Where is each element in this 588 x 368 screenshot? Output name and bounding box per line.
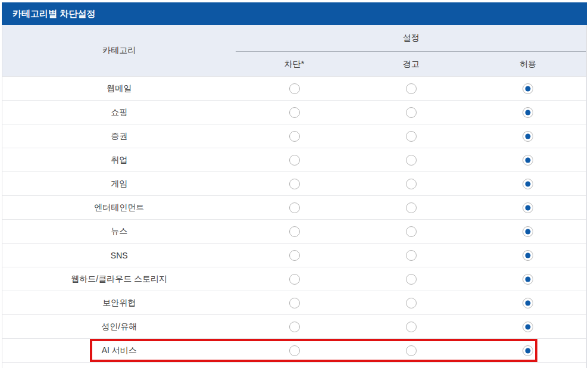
radio-warn[interactable] — [406, 131, 417, 142]
radio-allow[interactable] — [523, 131, 533, 142]
radio-warn[interactable] — [406, 322, 417, 332]
radio-warn[interactable] — [406, 226, 417, 237]
radio-block[interactable] — [289, 274, 300, 285]
radio-warn[interactable] — [406, 298, 417, 308]
radio-block[interactable] — [289, 345, 300, 356]
radio-allow[interactable] — [523, 298, 533, 308]
table-row: 웹하드/클라우드 스토리지 — [2, 267, 586, 291]
panel-title: 카테고리별 차단설정 — [2, 2, 587, 25]
category-label: AI 서비스 — [2, 339, 236, 363]
radio-block[interactable] — [289, 107, 300, 118]
category-label: 뉴스 — [2, 220, 236, 244]
radio-block[interactable] — [289, 226, 300, 237]
table-row: SNS — [2, 244, 586, 267]
category-block-settings-panel: 카테고리별 차단설정 카테고리 설정 차단* 경고 허용 웹메일 — [2, 2, 587, 368]
column-header-block: 차단* — [236, 52, 352, 77]
radio-allow[interactable] — [523, 179, 533, 189]
radio-block[interactable] — [289, 155, 300, 166]
radio-block[interactable] — [289, 298, 300, 308]
category-label: 보안위협 — [2, 291, 236, 315]
table-header: 카테고리 설정 차단* 경고 허용 — [2, 25, 586, 77]
radio-allow[interactable] — [523, 155, 533, 166]
column-header-category: 카테고리 — [2, 25, 236, 77]
radio-allow[interactable] — [523, 274, 533, 285]
radio-warn[interactable] — [406, 202, 417, 213]
table-row: 증권 — [2, 124, 586, 148]
column-header-allow: 허용 — [470, 52, 586, 77]
table-row: 엔터테인먼트 — [2, 196, 586, 220]
category-label: 웹하드/클라우드 스토리지 — [2, 267, 236, 291]
radio-block[interactable] — [289, 250, 300, 261]
radio-block[interactable] — [289, 202, 300, 213]
category-label: 웹메일 — [2, 77, 236, 101]
table-row-partial — [2, 363, 586, 368]
radio-block[interactable] — [289, 83, 300, 94]
radio-allow[interactable] — [523, 250, 533, 261]
category-label: 증권 — [2, 124, 236, 148]
radio-block[interactable] — [289, 131, 300, 142]
category-label: 쇼핑 — [2, 101, 236, 124]
table-row: 웹메일 — [2, 77, 586, 101]
table-row: 취업 — [2, 148, 586, 172]
category-label: SNS — [2, 244, 236, 267]
radio-allow[interactable] — [523, 107, 533, 118]
radio-allow[interactable] — [523, 226, 533, 237]
table-row: 성인/유해 — [2, 315, 586, 339]
radio-allow[interactable] — [523, 322, 533, 332]
table-row: 보안위협 — [2, 291, 586, 315]
category-label: 성인/유해 — [2, 315, 236, 339]
page: { "panel": { "title": "카테고리별 차단설정" }, "t… — [0, 0, 588, 368]
radio-allow[interactable] — [523, 202, 533, 213]
column-header-warn: 경고 — [353, 52, 470, 77]
radio-block[interactable] — [289, 179, 300, 189]
radio-allow[interactable] — [523, 83, 533, 94]
radio-warn[interactable] — [406, 83, 417, 94]
category-label: 취업 — [2, 148, 236, 172]
radio-warn[interactable] — [406, 274, 417, 285]
table-body: 웹메일 쇼핑 증권 취업 — [2, 77, 586, 368]
radio-warn[interactable] — [406, 250, 417, 261]
radio-warn[interactable] — [406, 345, 417, 356]
radio-allow[interactable] — [523, 345, 533, 356]
radio-warn[interactable] — [406, 107, 417, 118]
table-row-ai-service: AI 서비스 — [2, 339, 586, 363]
category-label: 게임 — [2, 172, 236, 196]
radio-warn[interactable] — [406, 179, 417, 189]
column-header-settings: 설정 — [236, 25, 586, 52]
category-settings-table: 카테고리 설정 차단* 경고 허용 웹메일 쇼핑 — [2, 25, 586, 368]
table-row: 게임 — [2, 172, 586, 196]
radio-warn[interactable] — [406, 155, 417, 166]
radio-block[interactable] — [289, 322, 300, 332]
table-row: 뉴스 — [2, 220, 586, 244]
table-wrap: 카테고리 설정 차단* 경고 허용 웹메일 쇼핑 — [2, 25, 587, 368]
category-label: 엔터테인먼트 — [2, 196, 236, 220]
table-row: 쇼핑 — [2, 101, 586, 124]
